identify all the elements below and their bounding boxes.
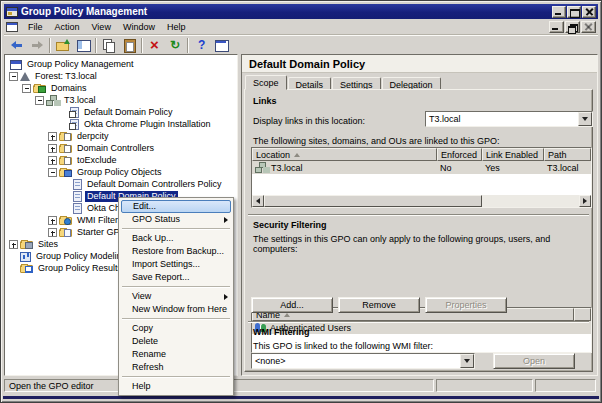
tree-item-okta-chrome-plugin-installation[interactable]: Okta Chrome Plugin Installation xyxy=(5,118,237,130)
tree-item-default-domain-controllers-policy[interactable]: Default Domain Controllers Policy xyxy=(5,178,237,190)
cell-value: No xyxy=(440,163,452,173)
menu-item-label: Import Settings... xyxy=(132,259,200,269)
context-menu-item-back-up[interactable]: Back Up... xyxy=(120,232,232,245)
tree-item-forest-t3-local[interactable]: Forest: T3.local xyxy=(5,70,237,82)
expand-icon[interactable] xyxy=(48,216,57,225)
tree-item-label: T3.local xyxy=(62,95,98,106)
tree-item-domains[interactable]: Domains xyxy=(5,82,237,94)
tree-item-t3-local[interactable]: T3.local xyxy=(5,94,237,106)
copy-icon-button[interactable] xyxy=(99,37,119,54)
context-menu-item-rename[interactable]: Rename xyxy=(120,348,232,361)
context-menu-item-save-report[interactable]: Save Report... xyxy=(120,271,232,284)
column-header-location[interactable]: Location xyxy=(252,148,437,161)
add-button[interactable]: Add... xyxy=(251,297,333,313)
new-window-icon-button[interactable] xyxy=(211,37,231,54)
table-row-t3-local[interactable]: T3.localNoYesT3.local xyxy=(252,161,591,174)
open-button[interactable]: Open xyxy=(493,353,575,369)
context-menu-item-view[interactable]: View xyxy=(120,290,232,303)
gpo-title: Default Domain Policy xyxy=(242,55,597,73)
expand-icon[interactable] xyxy=(48,156,57,165)
menubar-item-action[interactable]: Action xyxy=(49,21,86,33)
tree-item-derpcity[interactable]: derpcity xyxy=(5,130,237,142)
expand-icon[interactable] xyxy=(48,132,57,141)
mdi-close-button[interactable] xyxy=(581,21,596,33)
modeling-icon xyxy=(20,252,31,262)
scroll-left-icon[interactable] xyxy=(252,195,264,207)
menubar-item-window[interactable]: Window xyxy=(117,21,161,33)
expand-icon[interactable] xyxy=(9,240,18,249)
chevron-down-icon[interactable] xyxy=(578,112,592,126)
display-links-value: T3.local xyxy=(426,114,578,124)
cell-path: T3.local xyxy=(544,163,591,173)
context-menu-item-edit[interactable]: Edit... xyxy=(121,200,231,213)
tree-item-group-policy-objects[interactable]: Group Policy Objects xyxy=(5,166,237,178)
context-menu-item-refresh[interactable]: Refresh xyxy=(120,361,232,374)
context-menu-item-delete[interactable]: Delete xyxy=(120,335,232,348)
tree-item-label: Forest: T3.local xyxy=(33,71,99,82)
close-button[interactable] xyxy=(582,6,596,18)
delete-icon-button[interactable] xyxy=(145,37,165,54)
expand-icon[interactable] xyxy=(48,144,57,153)
expand-icon[interactable] xyxy=(48,228,57,237)
tree-item-domain-controllers[interactable]: Domain Controllers xyxy=(5,142,237,154)
scroll-right-icon[interactable] xyxy=(579,195,591,207)
menubar-item-view[interactable]: View xyxy=(86,21,117,33)
tree-item-label: Domain Controllers xyxy=(75,143,156,154)
status-segment xyxy=(436,379,533,392)
collapse-icon[interactable] xyxy=(35,96,44,105)
column-header-link-enabled[interactable]: Link Enabled xyxy=(482,148,544,161)
mdi-minimize-button[interactable] xyxy=(549,21,564,33)
collapse-icon[interactable] xyxy=(22,84,31,93)
tree-item-default-domain-policy[interactable]: Default Domain Policy xyxy=(5,106,237,118)
collapse-icon[interactable] xyxy=(9,72,18,81)
refresh-icon-button[interactable] xyxy=(165,37,185,54)
main-area: Group Policy ManagementForest: T3.localD… xyxy=(4,54,598,376)
mdi-restore-button[interactable] xyxy=(565,21,580,33)
tab-scope[interactable]: Scope xyxy=(245,75,287,90)
new-window-icon xyxy=(214,39,228,51)
cell-value: T3.local xyxy=(547,163,579,173)
menu-bar: FileActionViewWindowHelp xyxy=(4,19,598,34)
menu-item-label: Save Report... xyxy=(132,272,190,282)
tree-item-label: Group Policy Results xyxy=(36,263,124,274)
back-icon xyxy=(10,39,24,51)
show-console-tree-icon-button[interactable] xyxy=(73,37,93,54)
delete-icon xyxy=(148,39,162,51)
collapse-icon[interactable] xyxy=(48,168,57,177)
menubar-item-file[interactable]: File xyxy=(22,21,49,33)
links-table-body: T3.localNoYesT3.local xyxy=(252,161,591,174)
back-icon-button[interactable] xyxy=(7,37,27,54)
cell-value: Yes xyxy=(485,163,500,173)
submenu-arrow-icon xyxy=(224,294,228,300)
chevron-down-icon[interactable] xyxy=(460,354,474,368)
wmi-filter-combobox[interactable]: <none> xyxy=(251,353,475,369)
links-horizontal-scrollbar[interactable] xyxy=(252,195,591,207)
tree-item-label: derpcity xyxy=(75,131,111,142)
tree-item-group-policy-management[interactable]: Group Policy Management xyxy=(5,58,237,70)
paste-icon-button[interactable] xyxy=(119,37,139,54)
menubar-item-help[interactable]: Help xyxy=(161,21,192,33)
column-header-filler xyxy=(574,308,591,321)
remove-button[interactable]: Remove xyxy=(338,297,420,313)
forward-icon-button[interactable] xyxy=(27,37,47,54)
maximize-button[interactable] xyxy=(567,6,581,18)
mdi-child-icon[interactable] xyxy=(6,22,18,32)
tree-item-toexclude[interactable]: toExclude xyxy=(5,154,237,166)
help-icon-button[interactable] xyxy=(191,37,211,54)
context-menu-item-copy[interactable]: Copy xyxy=(120,322,232,335)
context-menu-item-restore-from-backup[interactable]: Restore from Backup... xyxy=(120,245,232,258)
minimize-button[interactable] xyxy=(552,6,566,18)
display-links-combobox[interactable]: T3.local xyxy=(425,111,593,127)
security-filtering-heading: Security Filtering xyxy=(253,220,327,230)
context-menu-item-help[interactable]: Help xyxy=(120,380,232,393)
up-one-level-icon-button[interactable] xyxy=(53,37,73,54)
column-header-enforced[interactable]: Enforced xyxy=(437,148,482,161)
scrollbar-thumb[interactable] xyxy=(264,195,482,207)
column-header-path[interactable]: Path xyxy=(544,148,591,161)
properties-button[interactable]: Properties xyxy=(425,297,507,313)
security-description: The settings in this GPO can only apply … xyxy=(253,234,592,254)
context-menu-item-gpo-status[interactable]: GPO Status xyxy=(120,213,232,226)
tree-item-label: Group Policy Objects xyxy=(75,167,164,178)
context-menu-item-import-settings[interactable]: Import Settings... xyxy=(120,258,232,271)
context-menu-item-new-window-from-here[interactable]: New Window from Here xyxy=(120,303,232,316)
